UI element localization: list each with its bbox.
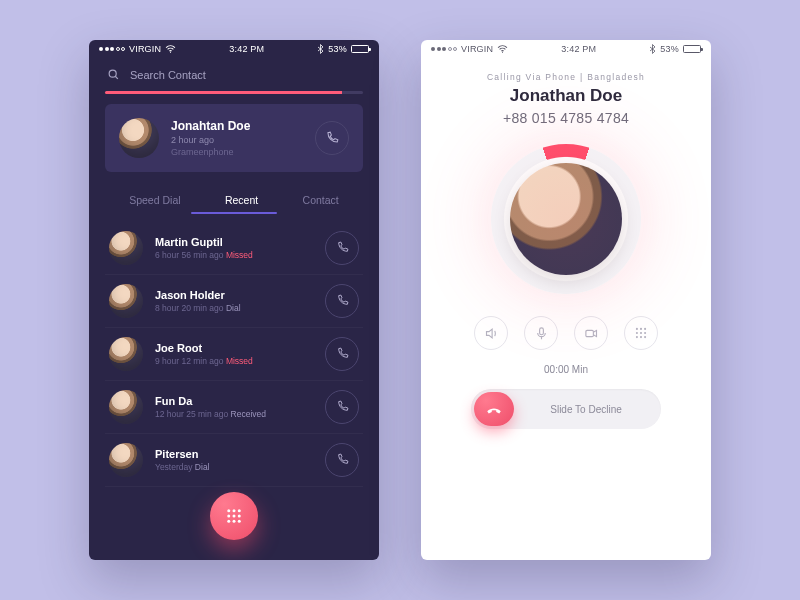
list-item[interactable]: PitersenYesterday Dial [105,434,363,487]
list-item[interactable]: Martin Guptil6 hour 56 min ago Missed [105,222,363,275]
svg-line-2 [115,76,118,79]
contact-name: Jonahtan Doe [171,119,250,133]
svg-point-18 [636,332,638,334]
mic-icon [534,326,549,341]
contact-name: Pitersen [155,448,210,460]
avatar [109,390,143,424]
call-controls [474,316,658,350]
contact-time: 2 hour ago [171,135,250,145]
svg-point-0 [170,52,171,53]
svg-point-22 [640,336,642,338]
mute-button[interactable] [524,316,558,350]
svg-point-3 [227,509,230,512]
contact-name: Fun Da [155,395,266,407]
svg-point-23 [644,336,646,338]
clock: 3:42 PM [229,44,264,54]
call-button[interactable] [325,231,359,265]
keypad-icon [634,326,648,340]
svg-point-11 [238,520,241,523]
svg-point-7 [233,515,236,518]
wifi-icon [497,45,508,53]
battery-pct: 53% [328,44,347,54]
recent-list: Martin Guptil6 hour 56 min ago MissedJas… [105,222,363,487]
search-placeholder: Search Contact [130,69,206,81]
carrier-label: VIRGIN [129,44,161,54]
decline-knob[interactable] [474,392,514,426]
list-item[interactable]: Joe Root9 hour 12 min ago Missed [105,328,363,381]
search-icon [107,68,120,81]
svg-point-16 [640,328,642,330]
list-item[interactable]: Fun Da12 hour 25 min ago Received [105,381,363,434]
contact-name: Martin Guptil [155,236,253,248]
list-item[interactable]: Jason Holder8 hour 20 min ago Dial [105,275,363,328]
svg-point-10 [233,520,236,523]
contact-meta: Yesterday Dial [155,462,210,472]
svg-point-9 [227,520,230,523]
svg-point-8 [238,515,241,518]
status-bar: VIRGIN 3:42 PM 53% [89,40,379,58]
call-button[interactable] [325,390,359,424]
avatar [109,284,143,318]
video-icon [584,326,599,341]
tab-contact[interactable]: Contact [299,186,343,214]
hangup-icon [485,400,503,418]
contact-meta: 12 hour 25 min ago Received [155,409,266,419]
contact-meta: 9 hour 12 min ago Missed [155,356,253,366]
contacts-screen: VIRGIN 3:42 PM 53% Search Contact Jonaht… [89,40,379,560]
svg-point-6 [227,515,230,518]
svg-point-17 [644,328,646,330]
calling-screen: VIRGIN 3:42 PM 53% Calling Via Phone | B… [421,40,711,560]
call-button[interactable] [325,337,359,371]
svg-point-21 [636,336,638,338]
caller-avatar-ring [491,144,641,294]
svg-point-15 [636,328,638,330]
tab-speed-dial[interactable]: Speed Dial [125,186,184,214]
decline-slider[interactable]: Slide To Decline [471,389,661,429]
signal-dots [99,47,125,51]
calling-via: Calling Via Phone | Bangladesh [487,72,645,82]
contact-name: Jason Holder [155,289,241,301]
dialpad-fab[interactable] [210,492,258,540]
battery-pct: 53% [660,44,679,54]
svg-rect-14 [585,330,593,336]
keypad-button[interactable] [624,316,658,350]
progress-bar [105,91,363,94]
avatar [109,231,143,265]
contact-carrier: Grameenphone [171,147,250,157]
status-bar: VIRGIN 3:42 PM 53% [421,40,711,58]
battery-icon [683,45,701,53]
tab-recent[interactable]: Recent [221,186,262,214]
avatar [109,337,143,371]
bluetooth-icon [649,44,656,54]
call-button[interactable] [325,284,359,318]
speaker-icon [484,326,499,341]
tabs: Speed Dial Recent Contact [107,186,361,214]
call-timer: 00:00 Min [544,364,588,375]
contact-name: Joe Root [155,342,253,354]
svg-point-1 [109,70,116,77]
battery-icon [351,45,369,53]
avatar [119,118,159,158]
call-button[interactable] [315,121,349,155]
contact-meta: 6 hour 56 min ago Missed [155,250,253,260]
signal-dots [431,47,457,51]
call-button[interactable] [325,443,359,477]
caller-name: Jonathan Doe [510,86,622,106]
video-button[interactable] [574,316,608,350]
bluetooth-icon [317,44,324,54]
tab-indicator [191,212,277,214]
svg-point-5 [238,509,241,512]
avatar [510,163,622,275]
avatar [109,443,143,477]
svg-point-4 [233,509,236,512]
svg-point-20 [644,332,646,334]
contact-meta: 8 hour 20 min ago Dial [155,303,241,313]
search-bar[interactable]: Search Contact [89,58,379,87]
clock: 3:42 PM [561,44,596,54]
featured-contact[interactable]: Jonahtan Doe 2 hour ago Grameenphone [105,104,363,172]
svg-rect-13 [539,327,543,334]
svg-point-19 [640,332,642,334]
speaker-button[interactable] [474,316,508,350]
slide-label: Slide To Decline [514,404,658,415]
wifi-icon [165,45,176,53]
